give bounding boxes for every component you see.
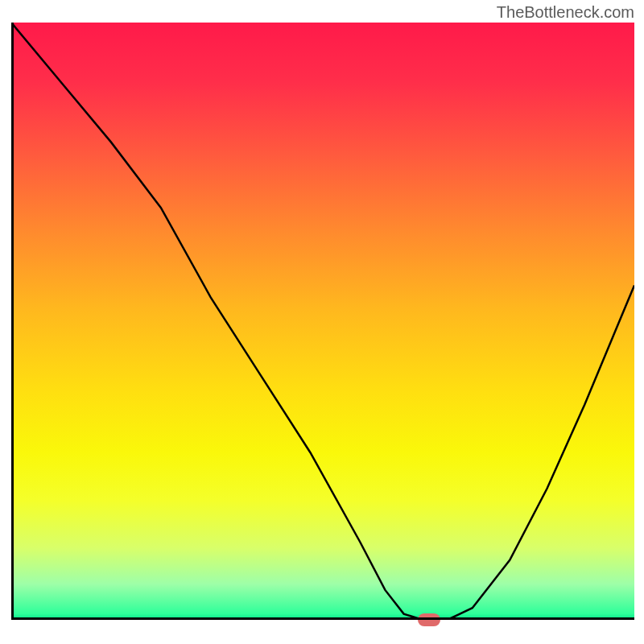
watermark-text: TheBottleneck.com: [497, 3, 634, 22]
chart-container: [11, 23, 634, 634]
bottleneck-curve: [11, 23, 634, 620]
optimal-point-marker: [418, 613, 440, 626]
y-axis-line: [11, 23, 14, 620]
x-axis-line: [11, 617, 634, 620]
